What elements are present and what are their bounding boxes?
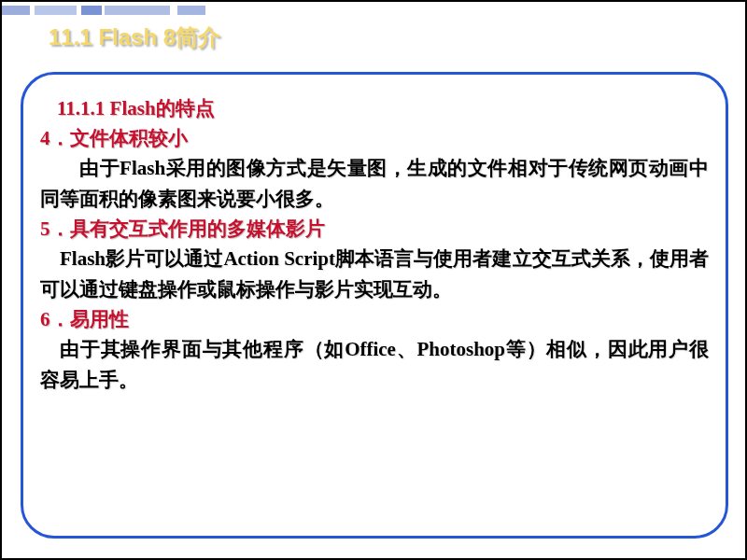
- feature-body: Flash影片可以通过Action Script脚本语言与使用者建立交互式关系，…: [40, 244, 709, 304]
- deco-bar: [81, 6, 102, 15]
- feature-body: 由于Flash采用的图像方式是矢量图，生成的文件相对于传统网页动画中同等面积的像…: [40, 153, 709, 214]
- feature-heading: 4．文件体积较小: [40, 125, 709, 151]
- content-frame: 11.1.1 Flash的特点 4．文件体积较小 由于Flash采用的图像方式是…: [21, 72, 728, 539]
- deco-bar: [177, 6, 205, 15]
- feature-heading: 5．具有交互式作用的多媒体影片: [40, 216, 709, 242]
- deco-bar: [2, 6, 30, 15]
- section-subtitle: 11.1.1 Flash的特点: [57, 95, 709, 121]
- deco-bar: [105, 6, 170, 15]
- slide: 11.1 Flash 8简介 11.1.1 Flash的特点 4．文件体积较小 …: [2, 2, 745, 558]
- page-title: 11.1 Flash 8简介: [49, 22, 220, 52]
- feature-body: 由于其操作界面与其他程序（如Office、Photoshop等）相似，因此用户很…: [40, 334, 709, 395]
- feature-heading: 6．易用性: [40, 306, 709, 332]
- deco-bar: [35, 6, 77, 15]
